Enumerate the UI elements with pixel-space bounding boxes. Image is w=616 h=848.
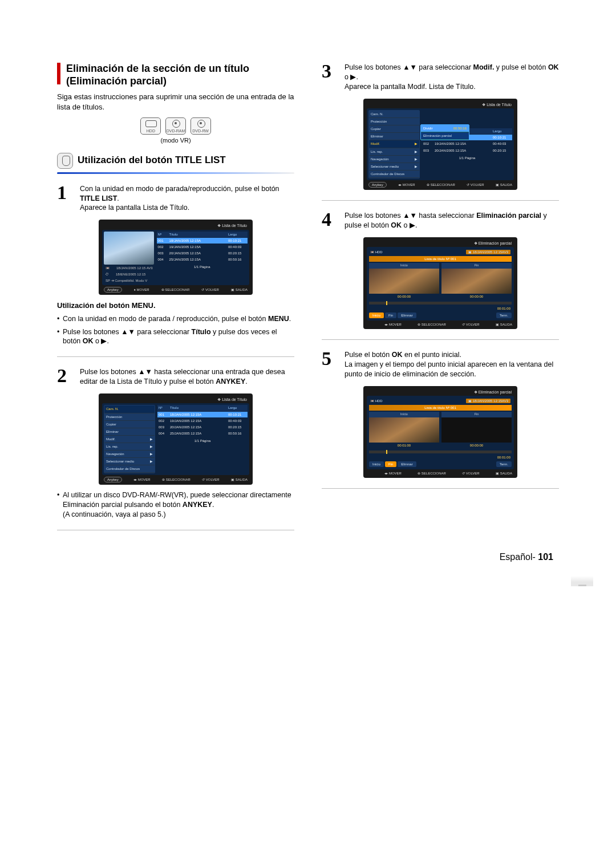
- menu-bullets: Con la unidad en modo de parada / reprod…: [57, 314, 294, 347]
- section-marker: [57, 63, 60, 84]
- step-number: 5: [322, 350, 339, 379]
- step-2: 2 Pulse los botones ▲▼ hasta seleccionar…: [57, 367, 294, 387]
- dvd-ram-icon: DVD-RAM: [165, 117, 186, 135]
- start-frame: [369, 417, 439, 443]
- step-text: Pulse los botones ▲▼ para seleccionar Mo…: [345, 63, 559, 92]
- separator: [57, 530, 294, 530]
- side-menu: Cam. N. Protección Copiar Eliminar Modif…: [104, 405, 155, 473]
- btn-fin: Fin: [385, 461, 396, 467]
- step-text: Pulse los botones ▲▼ hasta seleccionar u…: [80, 367, 294, 387]
- step2-note: Al utilizar un disco DVD-RAM/-RW(VR), pu…: [57, 490, 294, 520]
- section-title: Eliminación de la sección de un título (…: [66, 63, 294, 87]
- menu-heading: Utilización del botón MENU.: [57, 301, 294, 311]
- modif-popup: Dividir00:50:16 Eliminación parcial: [420, 124, 469, 140]
- btn-inicio: Inicio: [369, 461, 384, 467]
- disc-compat-icons: HDD DVD-RAM DVD-RW: [57, 117, 294, 135]
- step-4: 4 Pulse los botones ▲▼ hasta seleccionar…: [322, 211, 559, 230]
- step-text: Pulse el botón OK en el punto inicial. L…: [345, 350, 559, 379]
- mode-subtext: (modo VR): [57, 136, 294, 145]
- separator: [322, 200, 559, 201]
- remote-button-icon: [57, 153, 73, 169]
- screenshot-modif-submenu: Lista de Título Cam. N. Protección Copia…: [363, 99, 517, 190]
- btn-inicio: Inicio: [369, 313, 384, 318]
- btn-eliminar: Elimnar: [398, 461, 416, 467]
- step-number: 3: [322, 63, 339, 92]
- step-text: Con la unidad en modo de parada/reproduc…: [80, 184, 294, 213]
- start-frame: [369, 269, 439, 294]
- section-tab: Edición: [571, 576, 593, 586]
- screenshot-partial-1: Eliminación parcial 📼 HDD▣ 18/JAN/2005 1…: [363, 237, 517, 329]
- screenshot-partial-2: Eliminación parcial 📼 HDD▣ 18/JAN/2005 1…: [363, 386, 517, 478]
- btn-term: Term.: [496, 461, 512, 467]
- step-number: 1: [57, 184, 74, 213]
- step-3: 3 Pulse los botones ▲▼ para seleccionar …: [322, 63, 559, 92]
- step-5: 5 Pulse el botón OK en el punto inicial.…: [322, 350, 559, 379]
- thumbnail: [104, 232, 154, 265]
- side-menu: Cam. N. Protección Copiar Eliminar Modif…: [368, 110, 420, 178]
- subsection-title: Utilización del botón TITLE LIST: [78, 154, 226, 167]
- end-frame: [441, 269, 512, 294]
- btn-eliminar: Elimnar: [398, 313, 416, 318]
- step-1: 1 Con la unidad en modo de parada/reprod…: [57, 184, 294, 213]
- section-intro: Siga estas instrucciones para suprimir u…: [57, 92, 294, 112]
- screenshot-title-list: Lista de Título 📼18/JAN/2005 12:15 AV3 ⏱…: [99, 220, 253, 295]
- gradient-rule: [57, 172, 294, 174]
- page-footer: Español- 101: [500, 551, 553, 563]
- end-frame: [441, 417, 512, 443]
- step-text: Pulse los botones ▲▼ hasta seleccionar E…: [345, 211, 559, 230]
- hdd-icon: HDD: [140, 117, 161, 135]
- btn-term: Term.: [496, 313, 512, 318]
- step-number: 4: [322, 211, 339, 230]
- separator: [57, 356, 294, 357]
- separator: [322, 488, 559, 489]
- btn-fin: Fin: [385, 313, 396, 318]
- step-number: 2: [57, 367, 74, 387]
- dvd-rw-icon: DVD-RW: [191, 117, 211, 135]
- screenshot-anykey-menu: Lista de Título Cam. N. Protección Copia…: [99, 393, 253, 485]
- separator: [322, 339, 559, 340]
